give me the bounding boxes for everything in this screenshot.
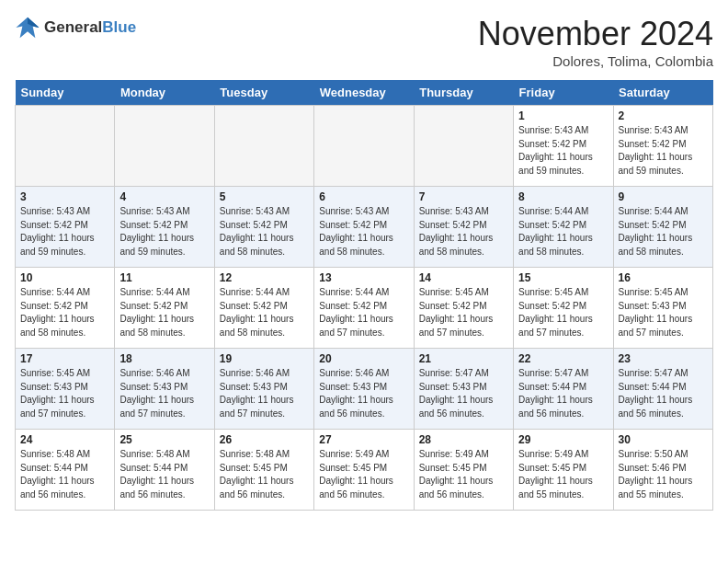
day-info: Sunrise: 5:46 AM Sunset: 5:43 PM Dayligh… (319, 367, 408, 420)
calendar-table: SundayMondayTuesdayWednesdayThursdayFrid… (15, 80, 713, 511)
calendar-day-cell: 16Sunrise: 5:45 AM Sunset: 5:43 PM Dayli… (613, 268, 712, 349)
day-info: Sunrise: 5:44 AM Sunset: 5:42 PM Dayligh… (220, 286, 309, 339)
weekday-header-friday: Friday (514, 80, 613, 106)
day-number: 15 (518, 271, 608, 284)
day-number: 26 (220, 433, 309, 446)
month-title: November 2024 (478, 15, 713, 53)
day-info: Sunrise: 5:43 AM Sunset: 5:42 PM Dayligh… (518, 124, 608, 178)
day-number: 11 (119, 271, 209, 284)
calendar-day-cell: 10Sunrise: 5:44 AM Sunset: 5:42 PM Dayli… (16, 268, 115, 349)
calendar-day-cell: 24Sunrise: 5:48 AM Sunset: 5:44 PM Dayli… (16, 430, 115, 511)
calendar-week-row: 17Sunrise: 5:45 AM Sunset: 5:43 PM Dayli… (16, 349, 713, 430)
calendar-day-cell: 3Sunrise: 5:43 AM Sunset: 5:42 PM Daylig… (16, 187, 115, 268)
calendar-day-cell: 22Sunrise: 5:47 AM Sunset: 5:44 PM Dayli… (514, 349, 613, 430)
day-number: 29 (518, 433, 608, 446)
calendar-day-cell: 9Sunrise: 5:44 AM Sunset: 5:42 PM Daylig… (613, 187, 712, 268)
day-number: 13 (319, 271, 408, 284)
title-area: November 2024 Dolores, Tolima, Colombia (478, 15, 713, 69)
day-info: Sunrise: 5:43 AM Sunset: 5:42 PM Dayligh… (419, 205, 508, 259)
day-number: 28 (419, 433, 508, 446)
logo-icon (15, 15, 40, 40)
calendar-day-cell: 1Sunrise: 5:43 AM Sunset: 5:42 PM Daylig… (514, 106, 613, 187)
day-number: 7 (419, 190, 508, 203)
day-info: Sunrise: 5:47 AM Sunset: 5:43 PM Dayligh… (419, 367, 508, 420)
calendar-day-cell: 2Sunrise: 5:43 AM Sunset: 5:42 PM Daylig… (613, 106, 712, 187)
calendar-day-cell: 5Sunrise: 5:43 AM Sunset: 5:42 PM Daylig… (214, 187, 313, 268)
day-info: Sunrise: 5:45 AM Sunset: 5:42 PM Dayligh… (419, 286, 508, 339)
calendar-day-cell (115, 106, 214, 187)
day-number: 22 (518, 352, 608, 365)
calendar-day-cell: 28Sunrise: 5:49 AM Sunset: 5:45 PM Dayli… (414, 430, 513, 511)
calendar-day-cell: 8Sunrise: 5:44 AM Sunset: 5:42 PM Daylig… (514, 187, 613, 268)
logo-text: GeneralBlue (44, 18, 136, 37)
day-info: Sunrise: 5:44 AM Sunset: 5:42 PM Dayligh… (518, 205, 608, 259)
calendar-day-cell: 26Sunrise: 5:48 AM Sunset: 5:45 PM Dayli… (214, 430, 313, 511)
day-number: 20 (319, 352, 408, 365)
day-number: 9 (619, 190, 708, 203)
day-number: 1 (518, 109, 608, 122)
day-info: Sunrise: 5:43 AM Sunset: 5:42 PM Dayligh… (20, 205, 109, 259)
weekday-header-row: SundayMondayTuesdayWednesdayThursdayFrid… (16, 80, 713, 106)
calendar-day-cell: 30Sunrise: 5:50 AM Sunset: 5:46 PM Dayli… (613, 430, 712, 511)
day-info: Sunrise: 5:46 AM Sunset: 5:43 PM Dayligh… (220, 367, 309, 420)
calendar-day-cell: 27Sunrise: 5:49 AM Sunset: 5:45 PM Dayli… (314, 430, 414, 511)
day-number: 24 (20, 433, 109, 446)
weekday-header-sunday: Sunday (16, 80, 115, 106)
calendar-day-cell: 11Sunrise: 5:44 AM Sunset: 5:42 PM Dayli… (115, 268, 214, 349)
day-number: 6 (319, 190, 408, 203)
day-number: 30 (619, 433, 708, 446)
calendar-day-cell: 12Sunrise: 5:44 AM Sunset: 5:42 PM Dayli… (214, 268, 313, 349)
logo: GeneralBlue (15, 15, 136, 40)
day-info: Sunrise: 5:44 AM Sunset: 5:42 PM Dayligh… (119, 286, 209, 339)
day-info: Sunrise: 5:49 AM Sunset: 5:45 PM Dayligh… (419, 448, 508, 501)
location: Dolores, Tolima, Colombia (478, 53, 713, 69)
calendar-day-cell: 19Sunrise: 5:46 AM Sunset: 5:43 PM Dayli… (214, 349, 313, 430)
day-info: Sunrise: 5:49 AM Sunset: 5:45 PM Dayligh… (518, 448, 608, 501)
day-info: Sunrise: 5:45 AM Sunset: 5:43 PM Dayligh… (20, 367, 109, 420)
day-number: 21 (419, 352, 508, 365)
weekday-header-thursday: Thursday (414, 80, 513, 106)
calendar-day-cell: 25Sunrise: 5:48 AM Sunset: 5:44 PM Dayli… (115, 430, 214, 511)
calendar-day-cell: 15Sunrise: 5:45 AM Sunset: 5:42 PM Dayli… (514, 268, 613, 349)
calendar-day-cell: 17Sunrise: 5:45 AM Sunset: 5:43 PM Dayli… (16, 349, 115, 430)
calendar-day-cell: 23Sunrise: 5:47 AM Sunset: 5:44 PM Dayli… (613, 349, 712, 430)
calendar-day-cell: 7Sunrise: 5:43 AM Sunset: 5:42 PM Daylig… (414, 187, 513, 268)
calendar-day-cell: 4Sunrise: 5:43 AM Sunset: 5:42 PM Daylig… (115, 187, 214, 268)
day-number: 17 (20, 352, 109, 365)
day-info: Sunrise: 5:49 AM Sunset: 5:45 PM Dayligh… (319, 448, 408, 501)
calendar-week-row: 10Sunrise: 5:44 AM Sunset: 5:42 PM Dayli… (16, 268, 713, 349)
weekday-header-monday: Monday (115, 80, 214, 106)
day-info: Sunrise: 5:44 AM Sunset: 5:42 PM Dayligh… (319, 286, 408, 339)
calendar-day-cell: 6Sunrise: 5:43 AM Sunset: 5:42 PM Daylig… (314, 187, 414, 268)
day-number: 18 (119, 352, 209, 365)
calendar-day-cell: 13Sunrise: 5:44 AM Sunset: 5:42 PM Dayli… (314, 268, 414, 349)
day-info: Sunrise: 5:44 AM Sunset: 5:42 PM Dayligh… (20, 286, 109, 339)
calendar-week-row: 3Sunrise: 5:43 AM Sunset: 5:42 PM Daylig… (16, 187, 713, 268)
day-info: Sunrise: 5:44 AM Sunset: 5:42 PM Dayligh… (619, 205, 708, 259)
calendar-day-cell: 14Sunrise: 5:45 AM Sunset: 5:42 PM Dayli… (414, 268, 513, 349)
day-number: 23 (619, 352, 708, 365)
day-number: 27 (319, 433, 408, 446)
calendar-week-row: 1Sunrise: 5:43 AM Sunset: 5:42 PM Daylig… (16, 106, 713, 187)
day-number: 25 (119, 433, 209, 446)
day-info: Sunrise: 5:48 AM Sunset: 5:45 PM Dayligh… (220, 448, 309, 501)
day-number: 8 (518, 190, 608, 203)
day-number: 10 (20, 271, 109, 284)
calendar-day-cell (414, 106, 513, 187)
calendar-day-cell: 18Sunrise: 5:46 AM Sunset: 5:43 PM Dayli… (115, 349, 214, 430)
day-info: Sunrise: 5:47 AM Sunset: 5:44 PM Dayligh… (518, 367, 608, 420)
day-info: Sunrise: 5:43 AM Sunset: 5:42 PM Dayligh… (119, 205, 209, 259)
day-info: Sunrise: 5:50 AM Sunset: 5:46 PM Dayligh… (619, 448, 708, 501)
day-number: 16 (619, 271, 708, 284)
day-number: 4 (119, 190, 209, 203)
day-info: Sunrise: 5:43 AM Sunset: 5:42 PM Dayligh… (319, 205, 408, 259)
day-number: 12 (220, 271, 309, 284)
day-number: 19 (220, 352, 309, 365)
weekday-header-tuesday: Tuesday (214, 80, 313, 106)
day-info: Sunrise: 5:47 AM Sunset: 5:44 PM Dayligh… (619, 367, 708, 420)
day-info: Sunrise: 5:48 AM Sunset: 5:44 PM Dayligh… (119, 448, 209, 501)
day-number: 3 (20, 190, 109, 203)
header: GeneralBlue November 2024 Dolores, Tolim… (15, 15, 713, 69)
day-number: 2 (619, 109, 708, 122)
weekday-header-wednesday: Wednesday (314, 80, 414, 106)
